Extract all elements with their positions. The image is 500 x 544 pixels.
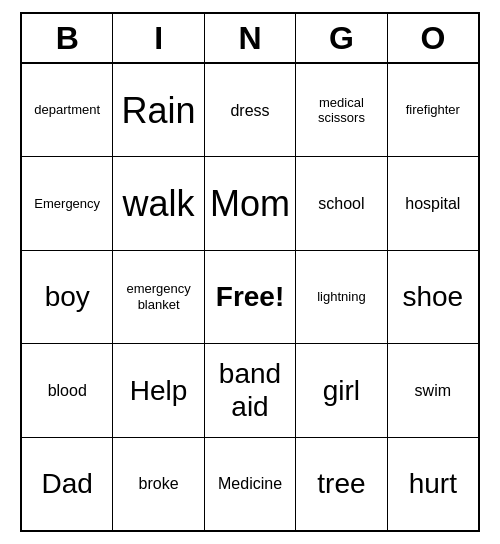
grid-row-2: boyemergency blanketFree!lightningshoe (22, 251, 478, 344)
grid-cell-3-1: Help (113, 344, 204, 436)
grid-cell-4-4: hurt (388, 438, 478, 530)
grid-row-4: DadbrokeMedicinetreehurt (22, 438, 478, 530)
grid-cell-1-0: Emergency (22, 157, 113, 249)
bingo-grid: departmentRaindressmedical scissorsfiref… (22, 64, 478, 530)
grid-row-1: EmergencywalkMomschoolhospital (22, 157, 478, 250)
grid-cell-4-0: Dad (22, 438, 113, 530)
grid-cell-1-2: Mom (205, 157, 296, 249)
grid-cell-1-1: walk (113, 157, 204, 249)
grid-cell-2-3: lightning (296, 251, 387, 343)
grid-cell-3-0: blood (22, 344, 113, 436)
grid-cell-1-3: school (296, 157, 387, 249)
grid-cell-3-4: swim (388, 344, 478, 436)
grid-cell-3-2: band aid (205, 344, 296, 436)
grid-cell-0-1: Rain (113, 64, 204, 156)
grid-cell-2-0: boy (22, 251, 113, 343)
grid-cell-2-4: shoe (388, 251, 478, 343)
grid-cell-4-1: broke (113, 438, 204, 530)
header-cell-o: O (388, 14, 478, 62)
grid-cell-0-3: medical scissors (296, 64, 387, 156)
grid-cell-2-2: Free! (205, 251, 296, 343)
header-cell-n: N (205, 14, 296, 62)
grid-row-3: bloodHelpband aidgirlswim (22, 344, 478, 437)
grid-row-0: departmentRaindressmedical scissorsfiref… (22, 64, 478, 157)
grid-cell-0-2: dress (205, 64, 296, 156)
header-row: BINGO (22, 14, 478, 64)
header-cell-i: I (113, 14, 204, 62)
grid-cell-0-4: firefighter (388, 64, 478, 156)
grid-cell-0-0: department (22, 64, 113, 156)
header-cell-g: G (296, 14, 387, 62)
grid-cell-4-3: tree (296, 438, 387, 530)
header-cell-b: B (22, 14, 113, 62)
bingo-card: BINGO departmentRaindressmedical scissor… (20, 12, 480, 532)
grid-cell-3-3: girl (296, 344, 387, 436)
grid-cell-1-4: hospital (388, 157, 478, 249)
grid-cell-2-1: emergency blanket (113, 251, 204, 343)
grid-cell-4-2: Medicine (205, 438, 296, 530)
